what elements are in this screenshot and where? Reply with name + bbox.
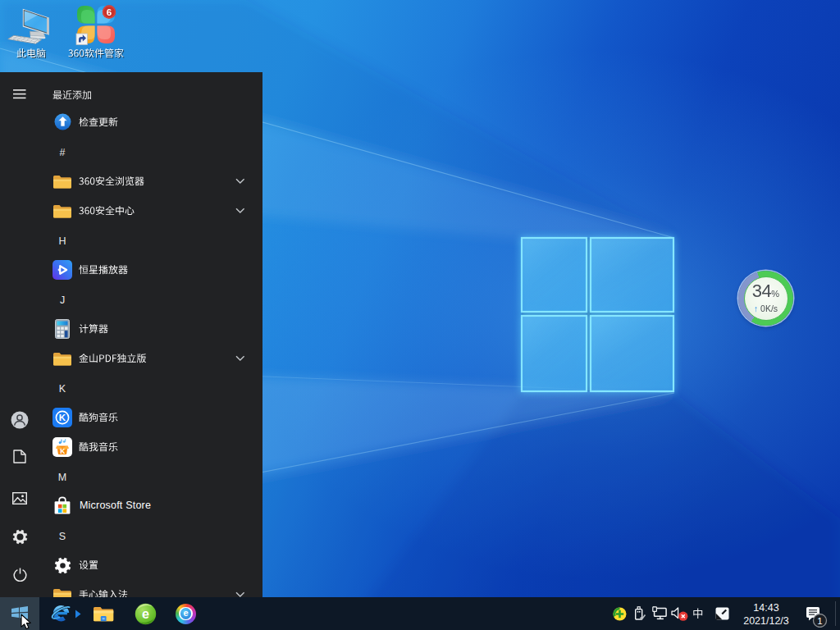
svg-text:6: 6 xyxy=(107,7,112,17)
svg-text:e: e xyxy=(142,607,149,621)
svg-text:K: K xyxy=(60,447,66,455)
svg-text:1: 1 xyxy=(817,616,822,626)
svg-text:K: K xyxy=(59,413,66,422)
